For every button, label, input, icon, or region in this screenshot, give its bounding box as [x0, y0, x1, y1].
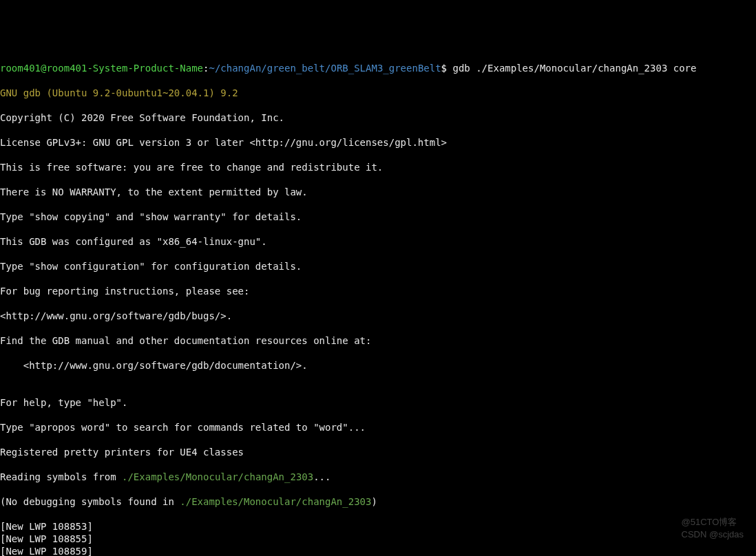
no-debug-symbols: (No debugging symbols found in ./Example…: [0, 495, 756, 508]
prompt-line[interactable]: room401@room401-System-Product-Name:~/ch…: [0, 62, 756, 74]
nodbg-pre: (No debugging symbols found in: [0, 496, 180, 507]
gdb-version: GNU gdb (Ubuntu 9.2-0ubuntu1~20.04.1) 9.…: [0, 87, 756, 99]
bug-url: <http://www.gnu.org/software/gdb/bugs/>.: [0, 310, 756, 322]
show-config: Type "show configuration" for configurat…: [0, 260, 756, 272]
command-text: gdb ./Examples/Monocular/changAn_2303 co…: [452, 63, 696, 74]
pretty-printers: Registered pretty printers for UE4 class…: [0, 446, 756, 458]
bug-report: For bug reporting instructions, please s…: [0, 285, 756, 297]
lwp-line: [New LWP 108855]: [0, 533, 756, 545]
apropos-hint: Type "apropos word" to search for comman…: [0, 421, 756, 434]
help-hint: For help, type "help".: [0, 396, 756, 409]
reading-symbols: Reading symbols from ./Examples/Monocula…: [0, 471, 756, 483]
configured-as: This GDB was configured as "x86_64-linux…: [0, 235, 756, 248]
cwd: ~/changAn/green_belt/ORB_SLAM3_greenBelt: [209, 63, 441, 74]
reading-post: ...: [313, 471, 330, 482]
free-sw: This is free software: you are free to c…: [0, 161, 756, 173]
nodbg-path: ./Examples/Monocular/changAn_2303: [180, 496, 371, 507]
nodbg-post: ): [371, 496, 377, 507]
copyright: Copyright (C) 2020 Free Software Foundat…: [0, 111, 756, 124]
reading-path: ./Examples/Monocular/changAn_2303: [122, 471, 313, 482]
doc-url: <http://www.gnu.org/software/gdb/documen…: [0, 359, 756, 372]
license: License GPLv3+: GNU GPL version 3 or lat…: [0, 136, 756, 149]
no-warranty: There is NO WARRANTY, to the extent perm…: [0, 186, 756, 198]
dollar: $: [441, 63, 453, 74]
lwp-line: [New LWP 108853]: [0, 520, 756, 533]
show-copying: Type "show copying" and "show warranty" …: [0, 211, 756, 223]
manual-text: Find the GDB manual and other documentat…: [0, 334, 756, 347]
watermark-2: CSDN @scjdas: [682, 528, 744, 541]
watermark: @51CTO博客 CSDN @scjdas: [682, 516, 744, 541]
user-host: room401@room401-System-Product-Name: [0, 63, 203, 74]
terminal[interactable]: room401@room401-System-Product-Name:~/ch…: [0, 50, 756, 556]
watermark-1: @51CTO博客: [682, 516, 744, 528]
reading-pre: Reading symbols from: [0, 471, 122, 482]
lwp-line: [New LWP 108859]: [0, 545, 756, 556]
